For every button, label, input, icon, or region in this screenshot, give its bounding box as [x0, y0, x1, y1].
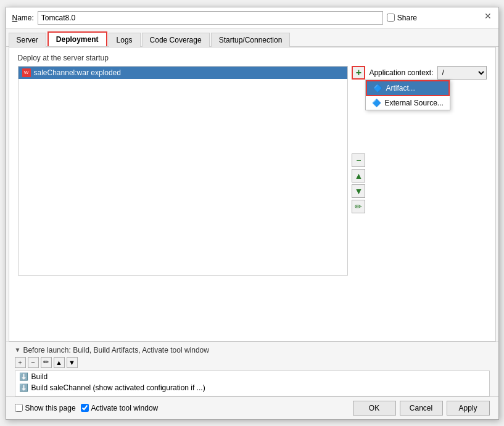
before-launch-toolbar: + − ✏ ▲ ▼: [15, 357, 490, 368]
add-btn-container: + 🔷 Artifact... 🔷 External Sou: [352, 66, 365, 80]
before-launch-edit-btn[interactable]: ✏: [41, 357, 52, 368]
show-page-item: Show this page: [15, 404, 76, 412]
artifact-item[interactable]: W saleChannel:war exploded: [19, 67, 348, 79]
name-label: Name:: [12, 14, 34, 22]
section-label: Deploy at the server startup: [18, 54, 487, 62]
external-source-label: External Source...: [384, 99, 443, 107]
before-launch-header: ▼ Before launch: Build, Build Artifacts,…: [15, 346, 490, 354]
activate-checkbox[interactable]: [81, 404, 89, 412]
app-context-select[interactable]: /: [437, 66, 487, 80]
edit-button[interactable]: ✏: [352, 200, 365, 213]
run-debug-dialog: Name: Share ✕ Server Deployment Logs Cod…: [6, 7, 499, 420]
share-label: Share: [397, 14, 417, 22]
before-launch-down-btn[interactable]: ▼: [67, 357, 78, 368]
build-list: ⬇️ Build ⬇️ Build saleChannel (show acti…: [15, 371, 490, 396]
build-item-label-0: Build: [31, 372, 48, 381]
down-arrow-icon: ▼: [355, 186, 363, 196]
artifact-list: W saleChannel:war exploded: [18, 66, 349, 276]
build-icon-0: ⬇️: [19, 372, 28, 381]
right-col: + 🔷 Artifact... 🔷 External Sou: [348, 66, 486, 276]
vertical-buttons: − ▲ ▼ ✏: [352, 154, 486, 213]
name-input[interactable]: [38, 11, 383, 25]
left-col: W saleChannel:war exploded: [18, 66, 349, 276]
apply-button[interactable]: Apply: [447, 401, 490, 416]
collapse-icon[interactable]: ▼: [15, 346, 21, 353]
tabs-bar: Server Deployment Logs Code Coverage Sta…: [6, 29, 498, 47]
move-up-button[interactable]: ▲: [352, 169, 365, 182]
add-dropdown-menu: 🔷 Artifact... 🔷 External Source...: [365, 80, 450, 110]
activate-tool-item: Activate tool window: [81, 404, 159, 412]
tab-startup-connection[interactable]: Startup/Connection: [211, 33, 291, 47]
build-item-0[interactable]: ⬇️ Build: [15, 371, 489, 382]
app-context-label: Application context:: [369, 68, 433, 77]
tab-deployment[interactable]: Deployment: [48, 31, 107, 46]
close-button[interactable]: ✕: [481, 10, 495, 22]
build-item-label-1: Build saleChannel (show activated config…: [31, 383, 205, 392]
move-down-button[interactable]: ▼: [352, 184, 365, 198]
build-icon-1: ⬇️: [19, 383, 28, 392]
before-launch-up-btn[interactable]: ▲: [54, 357, 65, 368]
share-area: Share: [387, 14, 417, 22]
before-launch-remove-btn[interactable]: −: [28, 357, 39, 368]
before-launch-section: ▼ Before launch: Build, Build Artifacts,…: [6, 342, 498, 396]
show-page-label: Show this page: [25, 404, 76, 412]
before-launch-add-btn[interactable]: +: [15, 357, 26, 368]
dropdown-external-source[interactable]: 🔷 External Source...: [366, 96, 449, 110]
build-item-1[interactable]: ⬇️ Build saleChannel (show activated con…: [15, 382, 489, 393]
cancel-button[interactable]: Cancel: [400, 401, 443, 416]
plus-icon: +: [356, 68, 361, 78]
remove-artifact-button[interactable]: −: [352, 154, 365, 167]
add-artifact-button[interactable]: +: [352, 66, 365, 80]
artifact-menu-label: Artifact...: [386, 84, 415, 92]
share-checkbox[interactable]: [387, 14, 395, 22]
add-section: + 🔷 Artifact... 🔷 External Sou: [352, 66, 486, 213]
activate-label: Activate tool window: [91, 404, 159, 412]
up-arrow-icon: ▲: [355, 171, 363, 181]
bottom-buttons: OK Cancel Apply: [353, 401, 490, 416]
bottom-left: Show this page Activate tool window: [15, 404, 159, 412]
deploy-area: W saleChannel:war exploded +: [18, 66, 487, 276]
artifact-icon: W: [22, 68, 31, 77]
context-area: + 🔷 Artifact... 🔷 External Sou: [352, 66, 486, 80]
artifact-name: saleChannel:war exploded: [34, 68, 121, 77]
ok-button[interactable]: OK: [353, 401, 396, 416]
title-bar-left: Name: Share: [12, 11, 417, 25]
artifact-menu-icon: 🔷: [373, 84, 382, 92]
minus-icon: −: [356, 155, 361, 165]
before-launch-label: Before launch: Build, Build Artifacts, A…: [23, 346, 209, 354]
title-bar: Name: Share ✕: [6, 7, 498, 29]
tab-logs[interactable]: Logs: [109, 33, 141, 47]
tab-code-coverage[interactable]: Code Coverage: [142, 33, 210, 47]
bottom-row: Show this page Activate tool window OK C…: [6, 396, 498, 419]
show-page-checkbox[interactable]: [15, 404, 23, 412]
edit-icon: ✏: [355, 202, 362, 211]
main-content: Deploy at the server startup W saleChann…: [9, 47, 496, 342]
dropdown-artifact[interactable]: 🔷 Artifact...: [366, 80, 449, 96]
external-source-icon: 🔷: [372, 99, 381, 107]
tab-server[interactable]: Server: [9, 33, 46, 47]
